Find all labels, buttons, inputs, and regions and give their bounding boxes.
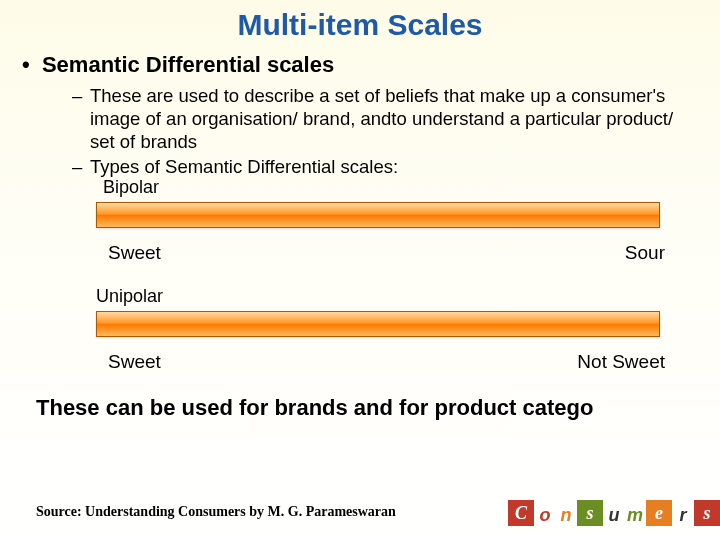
logo-letter-n: n bbox=[556, 505, 576, 526]
consumers-logo: C o n s u m e r s bbox=[508, 500, 720, 526]
unipolar-scale-bar bbox=[96, 311, 660, 337]
logo-letter-u: u bbox=[604, 505, 624, 526]
sub-bullet-1: These are used to describe a set of beli… bbox=[72, 84, 690, 153]
logo-letter-s: s bbox=[577, 500, 603, 526]
slide-title: Multi-item Scales bbox=[0, 0, 720, 42]
logo-letter-c: C bbox=[508, 500, 534, 526]
sub-bullet-list: These are used to describe a set of beli… bbox=[72, 84, 690, 179]
unipolar-right: Not Sweet bbox=[577, 351, 665, 373]
source-citation: Source: Understanding Consumers by M. G.… bbox=[36, 504, 396, 520]
logo-letter-o: o bbox=[535, 505, 555, 526]
main-bullet-text: Semantic Differential scales bbox=[42, 52, 334, 77]
bipolar-scale-bar bbox=[96, 202, 660, 228]
logo-letter-s2: s bbox=[694, 500, 720, 526]
bipolar-label: Bipolar bbox=[103, 177, 720, 198]
unipolar-endpoints: Sweet Not Sweet bbox=[108, 351, 665, 373]
logo-letter-m: m bbox=[625, 505, 645, 526]
closing-text: These can be used for brands and for pro… bbox=[36, 395, 720, 421]
bipolar-right: Sour bbox=[625, 242, 665, 264]
bipolar-endpoints: Sweet Sour bbox=[108, 242, 665, 264]
logo-letter-r: r bbox=[673, 505, 693, 526]
main-bullet: • Semantic Differential scales bbox=[22, 52, 720, 78]
sub-bullet-2: Types of Semantic Differential scales: bbox=[72, 155, 690, 178]
unipolar-label: Unipolar bbox=[96, 286, 720, 307]
bipolar-left: Sweet bbox=[108, 242, 161, 264]
logo-letter-e: e bbox=[646, 500, 672, 526]
unipolar-left: Sweet bbox=[108, 351, 161, 373]
